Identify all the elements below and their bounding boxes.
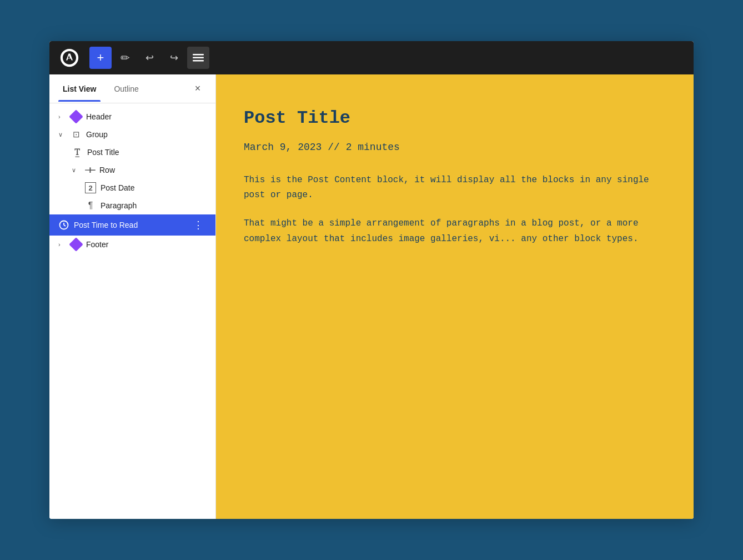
svg-rect-1 xyxy=(193,54,204,56)
diamond-footer-icon xyxy=(71,239,82,250)
post-paragraph-1: This is the Post Content block, it will … xyxy=(244,173,666,203)
tab-list-view[interactable]: List View xyxy=(58,77,101,101)
list-item-post-time-to-read[interactable]: Post Time to Read ⋮ xyxy=(49,214,215,236)
tab-outline[interactable]: Outline xyxy=(109,77,143,101)
row-label: Row xyxy=(99,166,115,174)
list-item-header[interactable]: › Header xyxy=(49,108,215,126)
header-label: Header xyxy=(86,112,112,121)
post-paragraph-2: That might be a simple arrangement of pa… xyxy=(244,216,666,246)
svg-rect-3 xyxy=(193,60,204,62)
list-item-footer[interactable]: › Footer xyxy=(49,236,215,253)
row-icon: ⊣⊢ xyxy=(84,164,95,176)
paragraph-label: Paragraph xyxy=(101,201,137,210)
main-area: List View Outline × › Header ∨ ⊡ Grou xyxy=(49,74,694,519)
footer-label: Footer xyxy=(86,240,108,249)
post-date-label: Post Date xyxy=(101,183,134,192)
post-time-to-read-label: Post Time to Read xyxy=(74,221,138,229)
editor-window: + ✏ ↩ ↪ List View Outline × › xyxy=(49,41,694,519)
post-title-icon: T̲ xyxy=(72,147,83,158)
group-icon: ⊡ xyxy=(71,129,82,140)
group-label: Group xyxy=(86,130,108,139)
list-item-row[interactable]: ∨ ⊣⊢ Row xyxy=(49,161,215,179)
clock-icon xyxy=(58,219,69,231)
post-title-display: Post Title xyxy=(244,108,666,128)
post-content-display: This is the Post Content block, it will … xyxy=(244,173,666,247)
footer-chevron-icon: › xyxy=(58,241,66,248)
wp-logo xyxy=(56,44,83,71)
calendar-icon: 2 xyxy=(85,182,96,193)
toolbar: + ✏ ↩ ↪ xyxy=(49,41,694,74)
chevron-down-icon: ∨ xyxy=(58,131,66,138)
add-block-button[interactable]: + xyxy=(89,47,112,69)
list-content: › Header ∨ ⊡ Group T̲ Post Title xyxy=(49,103,215,519)
undo-button[interactable]: ↩ xyxy=(138,47,160,69)
svg-rect-2 xyxy=(193,57,204,59)
diamond-header-icon xyxy=(71,111,82,122)
list-item-paragraph[interactable]: ¶ Paragraph xyxy=(49,197,215,214)
content-area: Post Title March 9, 2023 // 2 minutes Th… xyxy=(216,74,694,519)
redo-button[interactable]: ↪ xyxy=(163,47,185,69)
list-item-group[interactable]: ∨ ⊡ Group xyxy=(49,126,215,143)
post-title-label: Post Title xyxy=(87,148,119,157)
close-panel-button[interactable]: × xyxy=(189,80,207,98)
post-meta-display: March 9, 2023 // 2 minutes xyxy=(244,142,666,153)
list-view-tabs: List View Outline × xyxy=(49,74,215,103)
chevron-right-icon: › xyxy=(58,113,66,120)
svg-line-6 xyxy=(64,225,66,226)
list-view-panel: List View Outline × › Header ∨ ⊡ Grou xyxy=(49,74,216,519)
edit-button[interactable]: ✏ xyxy=(114,47,136,69)
more-options-button[interactable]: ⋮ xyxy=(190,218,207,232)
list-view-button[interactable] xyxy=(187,47,209,69)
list-item-post-date[interactable]: 2 Post Date xyxy=(49,179,215,197)
paragraph-icon: ¶ xyxy=(85,200,96,211)
list-item-post-title[interactable]: T̲ Post Title xyxy=(49,143,215,161)
row-chevron-down-icon: ∨ xyxy=(72,167,79,174)
